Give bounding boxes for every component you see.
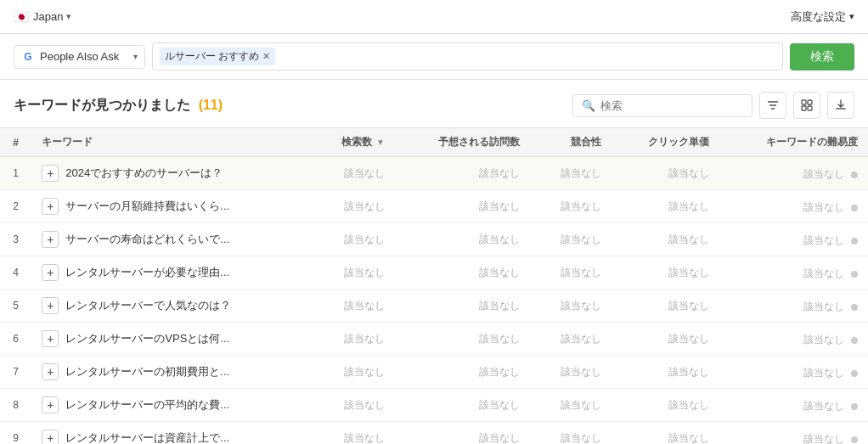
table-row: 2 + サーバーの月額維持費はいくら... 該当なし 該当なし 該当なし 該当な… <box>0 190 868 223</box>
add-keyword-button[interactable]: + <box>42 198 59 215</box>
cell-visits: 該当なし <box>395 356 530 389</box>
cell-keyword: + サーバーの寿命はどれくらいで... <box>31 223 310 256</box>
filter-search-icon: 🔍 <box>582 99 595 112</box>
cell-num: 8 <box>0 389 31 422</box>
add-keyword-button[interactable]: + <box>42 231 59 248</box>
cell-keyword: + レンタルサーバーで人気なのは？ <box>31 289 310 322</box>
cell-search-vol: 該当なし <box>310 256 395 289</box>
cell-search-vol: 該当なし <box>310 356 395 389</box>
cell-num: 6 <box>0 323 31 356</box>
col-header-keyword: キーワード <box>31 128 310 157</box>
difficulty-dot-icon <box>851 337 858 344</box>
cell-competition: 該当なし <box>530 157 612 190</box>
cell-search-vol: 該当なし <box>310 190 395 223</box>
cell-visits: 該当なし <box>395 256 530 289</box>
cell-search-vol: 該当なし <box>310 289 395 323</box>
cell-keyword: + レンタルサーバーは資産計上で... <box>31 422 310 444</box>
cell-cpc: 該当なし <box>612 323 719 356</box>
cell-difficulty: 該当なし <box>719 292 868 322</box>
cell-competition: 該当なし <box>530 190 612 223</box>
table-row: 6 + レンタルサーバーのVPSとは何... 該当なし 該当なし 該当なし 該当… <box>0 323 868 356</box>
table-row: 7 + レンタルサーバーの初期費用と... 該当なし 該当なし 該当なし 該当な… <box>0 356 868 389</box>
add-keyword-button[interactable]: + <box>42 330 59 347</box>
filter-search-box[interactable]: 🔍 <box>572 94 752 117</box>
keyword-text: サーバーの寿命はどれくらいで... <box>65 232 229 247</box>
cell-competition: 該当なし <box>530 223 612 256</box>
difficulty-dot-icon <box>851 370 858 377</box>
difficulty-dot-icon <box>851 271 858 278</box>
header-actions: 🔍 <box>572 92 854 119</box>
cell-cpc: 該当なし <box>612 389 719 422</box>
table-row: 5 + レンタルサーバーで人気なのは？ 該当なし 該当なし 該当なし 該当なし … <box>0 289 868 323</box>
difficulty-dot-icon <box>851 171 858 178</box>
cell-cpc: 該当なし <box>612 223 719 256</box>
cell-num: 7 <box>0 356 31 389</box>
table-row: 8 + レンタルサーバーの平均的な費... 該当なし 該当なし 該当なし 該当な… <box>0 389 868 422</box>
keyword-text: 2024でおすすめのサーバーは？ <box>65 166 223 181</box>
remove-tag-icon[interactable]: ✕ <box>262 51 270 62</box>
grid-view-button[interactable] <box>793 92 820 119</box>
cell-visits: 該当なし <box>395 289 530 323</box>
cell-competition: 該当なし <box>530 356 612 389</box>
svg-rect-3 <box>802 100 806 104</box>
cell-num: 4 <box>0 256 31 289</box>
cell-difficulty: 該当なし <box>719 358 868 388</box>
filter-icon-button[interactable] <box>759 92 786 119</box>
cell-keyword: + レンタルサーバーのVPSとは何... <box>31 323 310 355</box>
cell-num: 5 <box>0 289 31 323</box>
col-header-visits: 予想される訪問数 <box>395 128 530 157</box>
add-keyword-button[interactable]: + <box>42 430 59 444</box>
cell-num: 3 <box>0 223 31 256</box>
cell-visits: 該当なし <box>395 323 530 356</box>
country-chevron-icon: ▾ <box>66 11 71 22</box>
cell-search-vol: 該当なし <box>310 422 395 445</box>
export-icon <box>835 99 847 111</box>
country-selector[interactable]: 🇯🇵 Japan ▾ <box>14 9 71 25</box>
add-keyword-button[interactable]: + <box>42 264 59 281</box>
settings-button[interactable]: 高度な設定 ▾ <box>791 9 854 25</box>
cell-keyword: + レンタルサーバーの平均的な費... <box>31 389 310 421</box>
cell-competition: 該当なし <box>530 289 612 323</box>
search-input-area: ルサーバー おすすめ ✕ <box>152 42 783 70</box>
source-label: People Also Ask <box>40 50 128 63</box>
add-keyword-button[interactable]: + <box>42 396 59 413</box>
col-header-num: # <box>0 128 31 157</box>
keyword-text: レンタルサーバーは資産計上で... <box>65 430 229 444</box>
search-button[interactable]: 検索 <box>790 43 854 70</box>
add-keyword-button[interactable]: + <box>42 297 59 314</box>
settings-label: 高度な設定 <box>791 9 846 25</box>
add-keyword-button[interactable]: + <box>42 363 59 380</box>
svg-rect-6 <box>808 106 812 110</box>
table-header-row: # キーワード 検索数 ▼ 予想される訪問数 競合性 クリック単価 キーワードの… <box>0 128 868 157</box>
cell-visits: 該当なし <box>395 422 530 445</box>
export-button[interactable] <box>827 92 854 119</box>
search-tag[interactable]: ルサーバー おすすめ ✕ <box>160 48 275 65</box>
cell-visits: 該当なし <box>395 389 530 422</box>
top-bar: 🇯🇵 Japan ▾ 高度な設定 ▾ <box>0 0 868 34</box>
add-keyword-button[interactable]: + <box>42 165 59 182</box>
svg-rect-4 <box>808 100 812 104</box>
cell-difficulty: 該当なし <box>719 160 868 189</box>
cell-competition: 該当なし <box>530 323 612 356</box>
keywords-title-area: キーワードが見つかりました (11) <box>14 97 223 115</box>
col-header-search-vol[interactable]: 検索数 ▼ <box>310 128 395 157</box>
cell-search-vol: 該当なし <box>310 157 395 190</box>
difficulty-dot-icon <box>851 205 858 211</box>
cell-competition: 該当なし <box>530 389 612 422</box>
cell-difficulty: 該当なし <box>719 259 868 289</box>
cell-cpc: 該当なし <box>612 289 719 323</box>
cell-keyword: + 2024でおすすめのサーバーは？ <box>31 157 310 189</box>
japan-flag-icon: 🇯🇵 <box>14 9 30 25</box>
cell-search-vol: 該当なし <box>310 323 395 356</box>
filter-icon <box>767 99 779 111</box>
keyword-text: レンタルサーバーの平均的な費... <box>65 397 229 413</box>
cell-keyword: + サーバーの月額維持費はいくら... <box>31 190 310 222</box>
difficulty-dot-icon <box>851 304 858 311</box>
cell-difficulty: 該当なし <box>719 424 868 444</box>
source-selector[interactable]: G People Also Ask ▾ <box>14 45 145 69</box>
filter-search-input[interactable] <box>600 99 743 112</box>
keyword-text: レンタルサーバーが必要な理由... <box>65 265 229 280</box>
cell-difficulty: 該当なし <box>719 226 868 256</box>
search-input[interactable] <box>280 50 775 63</box>
cell-difficulty: 該当なし <box>719 391 868 421</box>
